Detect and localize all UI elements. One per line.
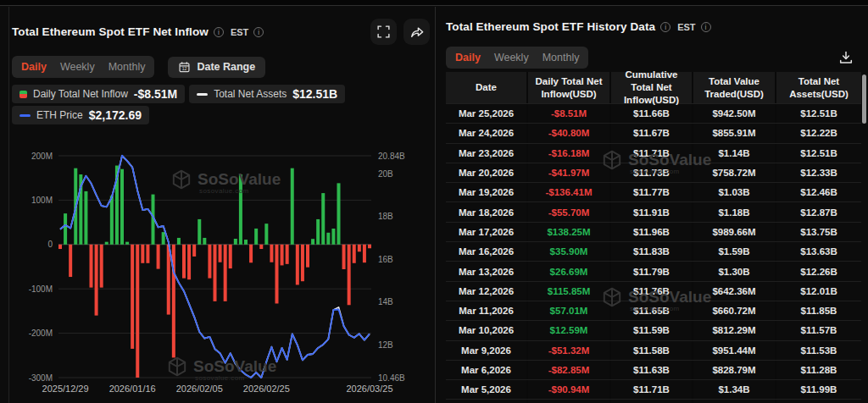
table-row: Mar 24,2026-$40.80M$11.67B$855.91M$12.22… (446, 123, 861, 142)
table-cell: $11.58B (611, 341, 693, 360)
timezone-label: EST (231, 27, 248, 37)
share-button[interactable] (403, 19, 430, 45)
table-cell: Mar 25,2026 (446, 104, 528, 123)
svg-text:2026/01/16: 2026/01/16 (109, 384, 156, 394)
table-row: Mar 17,2026$138.25M$11.96B$989.66M$13.75… (446, 222, 861, 241)
col-header-value-traded: Total Value Traded(USD) (693, 72, 776, 103)
table-cell: $12.01B (776, 282, 861, 301)
table-cell: $11.71B (611, 380, 693, 399)
table-panel-header: Total Ethereum Spot ETF History Data EST (446, 20, 863, 33)
table-cell: $1.34B (693, 380, 776, 399)
info-icon[interactable] (214, 27, 224, 37)
table-cell: $11.80B (611, 400, 693, 403)
cell-daily-inflow: -$40.80M (528, 124, 611, 142)
table-cell: Mar 13,2026 (446, 262, 528, 280)
table-cell: $11.73B (611, 163, 693, 182)
table-cell: $11.91B (611, 202, 693, 221)
tab-weekly[interactable]: Weekly (60, 61, 95, 73)
svg-text:12: 12 (182, 65, 187, 70)
tab-daily[interactable]: Daily (455, 52, 481, 63)
table-cell: $1.18B (693, 202, 776, 221)
daily-net-inflow-value: -$8.51M (134, 87, 177, 101)
cell-daily-inflow: $57.01M (528, 301, 611, 320)
table-cell: $812.29M (693, 321, 776, 340)
table-cell: $11.77B (611, 183, 693, 202)
calendar-icon: 12 (178, 61, 191, 74)
info-icon[interactable] (660, 22, 670, 32)
table-period-tabs: Daily Weekly Monthly (446, 47, 588, 69)
info-icon[interactable] (701, 22, 711, 32)
table-cell: $11.59B (611, 321, 693, 340)
net-assets-series-icon (197, 93, 208, 96)
cell-daily-inflow: $35.90M (528, 242, 611, 261)
chart-panel-header: Total Ethereum Spot ETF Net Inflow EST (12, 19, 430, 45)
table-cell: $989.66M (693, 223, 776, 241)
inflow-chart-svg: 200M100M0-100M-200M-300M20.84B20B18B16B1… (9, 144, 435, 403)
period-tab-group: Daily Weekly Monthly (12, 56, 154, 78)
col-header-daily-inflow: Daily Total Net Inflow(USD) (528, 72, 611, 103)
tab-monthly[interactable]: Monthly (542, 52, 580, 63)
fullscreen-icon (376, 25, 391, 39)
download-button[interactable] (834, 46, 858, 69)
info-icon[interactable] (253, 27, 264, 37)
table-row: Mar 16,2026$35.90M$11.83B$1.59B$13.63B (446, 241, 861, 261)
cell-daily-inflow: -$90.94M (528, 380, 611, 399)
cell-daily-inflow: -$82.85M (528, 361, 611, 379)
legend-total-net-assets[interactable]: Total Net Assets $12.51B (189, 85, 345, 103)
tab-weekly[interactable]: Weekly (494, 52, 529, 63)
table-row: Mar 13,2026$26.69M$11.79B$1.30B$12.26B (446, 261, 861, 280)
table-body: Mar 25,2026-$8.51M$11.66B$942.50M$12.51B… (446, 103, 861, 403)
table-cell: Mar 5,2026 (446, 380, 528, 399)
table-cell: $660.72M (693, 301, 776, 320)
table-cell: $12.51B (776, 144, 861, 163)
cell-daily-inflow: -$8.51M (528, 104, 611, 123)
table-row: Mar 19,2026-$136.41M$11.77B$1.03B$12.46B (446, 182, 861, 202)
table-row: Mar 4,2026$171.93M$11.80B$1.01B$12.50B (446, 399, 861, 403)
table-row: Mar 11,2026$57.01M$11.65B$660.72M$11.85B (446, 301, 861, 320)
tab-daily[interactable]: Daily (21, 61, 47, 73)
table-cell: $1.03B (693, 183, 776, 202)
svg-text:-300M: -300M (29, 373, 53, 383)
table-cell: $12.26B (776, 262, 861, 280)
legend-eth-price[interactable]: ETH Price $2,172.69 (12, 106, 149, 124)
date-range-label: Date Range (197, 61, 255, 73)
tab-monthly[interactable]: Monthly (108, 61, 146, 73)
svg-text:20B: 20B (378, 169, 393, 179)
fullscreen-button[interactable] (370, 19, 397, 45)
svg-text:10.46B: 10.46B (378, 373, 405, 383)
table-cell: $951.44M (693, 341, 776, 360)
svg-text:-100M: -100M (29, 284, 53, 294)
table-cell: $11.66B (611, 104, 693, 123)
inflow-series-icon (19, 91, 27, 98)
table-row: Mar 5,2026-$90.94M$11.71B$1.34B$11.99B (446, 379, 861, 399)
table-cell: $12.22B (776, 124, 861, 142)
table-cell: Mar 24,2026 (446, 124, 528, 142)
table-cell: $11.71B (611, 144, 693, 163)
table-cell: Mar 6,2026 (446, 361, 528, 379)
table-scrollbar-thumb[interactable] (862, 75, 866, 124)
cell-daily-inflow: $171.93M (528, 400, 611, 403)
svg-text:18B: 18B (378, 212, 393, 221)
table-cell: $12.46B (776, 183, 861, 202)
date-range-button[interactable]: 12 Date Range (168, 57, 265, 78)
col-header-date: Date (446, 72, 528, 103)
table-row: Mar 6,2026-$82.85M$11.63B$828.79M$11.28B (446, 360, 861, 379)
table-row: Mar 25,2026-$8.51M$11.66B$942.50M$12.51B (446, 103, 861, 123)
top-border (0, 0, 868, 6)
table-cell: $1.14B (693, 144, 776, 163)
svg-text:2026/03/25: 2026/03/25 (346, 384, 392, 394)
cell-daily-inflow: -$41.97M (528, 163, 611, 182)
legend-daily-net-inflow[interactable]: Daily Total Net Inflow -$8.51M (12, 85, 185, 103)
svg-text:12B: 12B (378, 340, 393, 350)
timezone-label: EST (677, 22, 695, 32)
table-cell: $11.67B (611, 124, 693, 142)
total-net-assets-value: $12.51B (292, 87, 337, 101)
svg-text:100M: 100M (31, 196, 53, 205)
cell-daily-inflow: -$51.32M (528, 341, 611, 360)
svg-text:14B: 14B (378, 297, 393, 306)
cell-daily-inflow: -$55.70M (528, 202, 611, 221)
svg-text:2026/02/05: 2026/02/05 (176, 384, 223, 394)
table-cell: $12.33B (776, 163, 861, 182)
cell-daily-inflow: -$16.18M (528, 144, 611, 163)
chart-period-tabs: Daily Weekly Monthly 12 Date Range (12, 56, 265, 78)
